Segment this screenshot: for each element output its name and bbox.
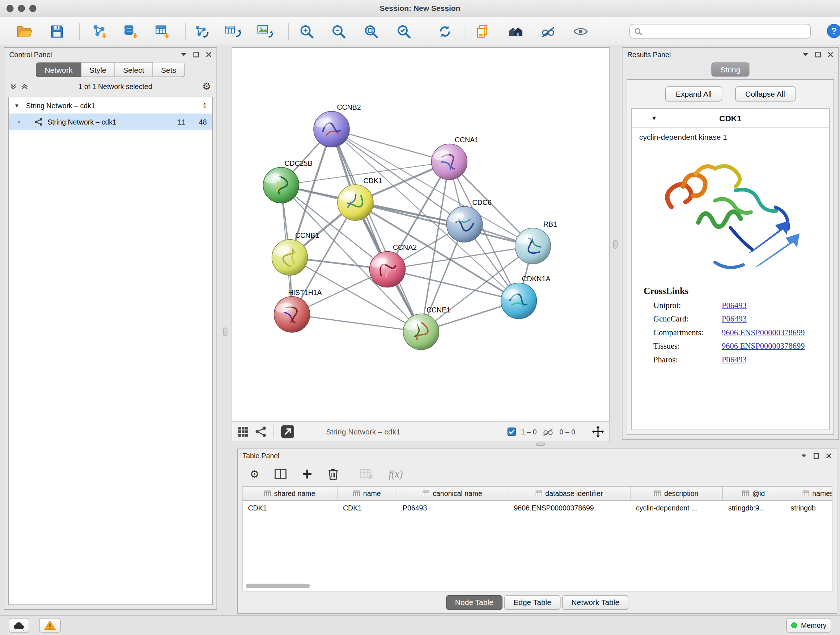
hide-selected-button[interactable] bbox=[536, 19, 561, 44]
delete-table-button-disabled[interactable] bbox=[360, 469, 373, 480]
table-cell[interactable]: cyclin-dependent ... bbox=[630, 501, 723, 515]
table-row[interactable]: CDK1 CDK1 P06493 9606.ENSP00000378699 cy… bbox=[243, 501, 832, 515]
collapse-all-networks-icon[interactable] bbox=[21, 83, 28, 90]
search-box[interactable] bbox=[630, 24, 811, 39]
panel-float-icon[interactable] bbox=[815, 51, 821, 57]
crosslink-link[interactable]: 9606.ENSP00000378699 bbox=[722, 342, 805, 351]
network-node-RB1[interactable] bbox=[515, 228, 551, 264]
collapse-all-button[interactable]: Collapse All bbox=[735, 87, 796, 102]
gear-icon[interactable]: ⚙ bbox=[202, 81, 211, 91]
tab-edge-table[interactable]: Edge Table bbox=[504, 595, 561, 610]
panel-menu-icon[interactable] bbox=[181, 52, 187, 57]
show-columns-button[interactable] bbox=[275, 469, 286, 480]
network-canvas[interactable]: CCNB2CCNA1CDC25BCDK1CDC6RB1CCNB1CCNA2CDK… bbox=[232, 48, 609, 421]
expand-all-networks-icon[interactable] bbox=[10, 83, 17, 90]
import-table-file-button[interactable] bbox=[150, 19, 175, 44]
home-button[interactable] bbox=[503, 19, 528, 44]
apply-layout-button[interactable] bbox=[433, 19, 458, 44]
column-header-id[interactable]: @id bbox=[723, 486, 785, 501]
network-node-CDK1[interactable] bbox=[338, 185, 373, 220]
hidden-eye-slash-icon[interactable] bbox=[542, 427, 554, 437]
table-cell[interactable]: stringdb:9... bbox=[723, 501, 785, 515]
network-edge[interactable] bbox=[292, 315, 421, 332]
network-node-CCNB1[interactable] bbox=[272, 240, 308, 276]
table-settings-gear-icon[interactable]: ⚙ bbox=[249, 469, 259, 480]
memory-button[interactable]: Memory bbox=[786, 618, 831, 633]
cloud-status-button[interactable] bbox=[9, 618, 29, 633]
tab-select[interactable]: Select bbox=[115, 63, 153, 78]
protein-card-header[interactable]: ▼ CDK1 bbox=[632, 109, 829, 128]
zoom-out-button[interactable] bbox=[326, 19, 351, 44]
panel-menu-icon[interactable] bbox=[803, 52, 809, 57]
delete-column-button[interactable] bbox=[328, 468, 339, 480]
splitter-grip[interactable] bbox=[536, 443, 545, 446]
network-collection-row[interactable]: ▼ String Network – cdk1 1 bbox=[9, 97, 212, 114]
disclosure-triangle-icon[interactable]: ▼ bbox=[14, 103, 22, 109]
panel-close-icon[interactable] bbox=[828, 51, 834, 57]
network-node-CCNE1[interactable] bbox=[403, 314, 439, 350]
crosslink-link[interactable]: P06493 bbox=[722, 355, 747, 364]
open-session-button[interactable] bbox=[12, 19, 37, 44]
pan-mode-button[interactable] bbox=[592, 426, 604, 438]
column-header-database-identifier[interactable]: database identifier bbox=[508, 486, 631, 501]
tab-node-table[interactable]: Node Table bbox=[446, 595, 502, 610]
add-column-button[interactable] bbox=[302, 469, 313, 480]
help-button[interactable]: ? bbox=[827, 24, 840, 39]
copy-document-button[interactable] bbox=[471, 19, 496, 44]
network-node-CCNA2[interactable] bbox=[370, 252, 406, 287]
column-header-description[interactable]: description bbox=[630, 486, 723, 501]
export-table-button[interactable] bbox=[221, 19, 246, 44]
network-edge[interactable] bbox=[332, 129, 422, 332]
tab-style[interactable]: Style bbox=[81, 63, 115, 78]
crosslink-link[interactable]: P06493 bbox=[722, 301, 747, 310]
zoom-fit-button[interactable] bbox=[359, 19, 384, 44]
column-header-name[interactable]: name bbox=[338, 486, 397, 501]
table-cell[interactable]: CDK1 bbox=[338, 501, 397, 515]
table-cell[interactable]: P06493 bbox=[397, 501, 508, 515]
string-tab-badge[interactable]: String bbox=[711, 63, 750, 77]
tab-network-table[interactable]: Network Table bbox=[562, 595, 629, 610]
warnings-button[interactable] bbox=[39, 618, 61, 633]
panel-menu-icon[interactable] bbox=[801, 454, 807, 458]
panel-close-icon[interactable] bbox=[206, 51, 212, 57]
network-node-HIST1H1A[interactable] bbox=[274, 296, 310, 333]
network-node-CCNB2[interactable] bbox=[314, 111, 349, 147]
column-header-canonical-name[interactable]: canonical name bbox=[397, 486, 508, 501]
birds-eye-view-button[interactable] bbox=[238, 426, 248, 437]
network-overview-button[interactable] bbox=[255, 426, 267, 437]
show-hidden-button[interactable] bbox=[568, 19, 593, 44]
crosslink-link[interactable]: 9606.ENSP00000378699 bbox=[722, 328, 805, 337]
tab-network[interactable]: Network bbox=[36, 63, 81, 78]
table-cell[interactable]: 9606.ENSP00000378699 bbox=[508, 501, 631, 515]
network-row-selected[interactable]: ● String Network – cdk1 11 48 bbox=[9, 114, 212, 130]
network-node-CCNA1[interactable] bbox=[431, 144, 467, 180]
splitter-grip[interactable] bbox=[223, 328, 227, 336]
network-node-CDC25B[interactable] bbox=[264, 167, 299, 203]
panel-close-icon[interactable] bbox=[826, 453, 832, 459]
export-view-button[interactable] bbox=[281, 424, 295, 439]
panel-float-icon[interactable] bbox=[193, 51, 199, 57]
horizontal-scrollbar[interactable] bbox=[246, 584, 310, 588]
panel-float-icon[interactable] bbox=[813, 453, 820, 459]
new-network-button[interactable] bbox=[189, 19, 215, 44]
import-network-database-button[interactable] bbox=[118, 19, 143, 44]
zoom-in-button[interactable] bbox=[294, 19, 319, 44]
disclosure-triangle-icon[interactable]: ▼ bbox=[651, 115, 657, 121]
table-cell[interactable]: stringdb bbox=[785, 501, 833, 515]
table-cell[interactable]: CDK1 bbox=[243, 501, 338, 515]
zoom-selected-button[interactable] bbox=[392, 19, 416, 44]
expand-all-button[interactable]: Expand All bbox=[665, 87, 722, 102]
column-header-namespace[interactable]: namespace bbox=[785, 486, 833, 501]
network-edge[interactable] bbox=[387, 269, 519, 301]
tab-sets[interactable]: Sets bbox=[153, 63, 185, 78]
selected-checkbox-icon[interactable] bbox=[508, 428, 516, 436]
search-input[interactable] bbox=[645, 27, 806, 36]
function-builder-button[interactable]: f(x) bbox=[388, 468, 403, 480]
network-node-CDC6[interactable] bbox=[447, 206, 483, 242]
network-node-CDKN1A[interactable] bbox=[501, 283, 537, 319]
save-session-button[interactable] bbox=[44, 19, 69, 44]
import-network-file-button[interactable] bbox=[87, 19, 112, 44]
export-image-button[interactable] bbox=[253, 19, 278, 44]
column-header-shared-name[interactable]: shared name bbox=[243, 486, 338, 501]
crosslink-link[interactable]: P06493 bbox=[722, 315, 747, 324]
